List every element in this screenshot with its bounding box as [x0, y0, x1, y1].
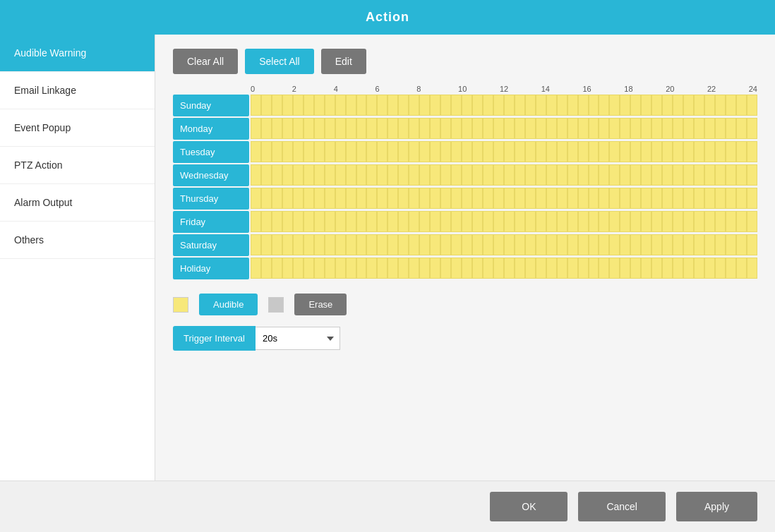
cell[interactable]	[651, 188, 662, 209]
cell[interactable]	[504, 95, 515, 116]
cell[interactable]	[620, 258, 630, 279]
cell[interactable]	[747, 95, 757, 116]
cell[interactable]	[419, 141, 430, 162]
cell[interactable]	[388, 211, 398, 232]
cell[interactable]	[726, 164, 736, 186]
cell[interactable]	[293, 258, 304, 279]
cell[interactable]	[651, 211, 662, 232]
cell[interactable]	[609, 258, 620, 279]
cell[interactable]	[704, 211, 715, 232]
cell[interactable]	[694, 234, 704, 255]
cell[interactable]	[493, 141, 504, 162]
cell[interactable]	[388, 164, 398, 186]
cell[interactable]	[251, 234, 261, 255]
cell[interactable]	[377, 95, 388, 116]
cell[interactable]	[673, 188, 683, 209]
cell[interactable]	[715, 258, 726, 279]
sidebar-item-ptz-action[interactable]: PTZ Action	[0, 147, 155, 184]
cell[interactable]	[546, 95, 557, 116]
cell[interactable]	[747, 211, 757, 232]
cell[interactable]	[398, 211, 409, 232]
cell[interactable]	[515, 234, 525, 255]
cell[interactable]	[557, 164, 567, 186]
cell[interactable]	[641, 188, 651, 209]
cell[interactable]	[430, 211, 440, 232]
grid-tuesday[interactable]	[251, 141, 757, 163]
cell[interactable]	[251, 164, 261, 186]
cell[interactable]	[462, 234, 472, 255]
cell[interactable]	[651, 118, 662, 139]
cell[interactable]	[609, 164, 620, 186]
cell[interactable]	[261, 234, 272, 255]
cell[interactable]	[293, 188, 304, 209]
grid-wednesday[interactable]	[251, 164, 757, 186]
cell[interactable]	[694, 95, 704, 116]
cell[interactable]	[599, 141, 609, 162]
cell[interactable]	[462, 211, 472, 232]
cell[interactable]	[483, 258, 493, 279]
cell[interactable]	[620, 95, 630, 116]
cell[interactable]	[356, 95, 367, 116]
cell[interactable]	[430, 188, 440, 209]
cancel-button[interactable]: Cancel	[578, 492, 666, 521]
cell[interactable]	[282, 234, 293, 255]
cell[interactable]	[261, 118, 272, 139]
cell[interactable]	[525, 211, 536, 232]
cell[interactable]	[440, 118, 451, 139]
cell[interactable]	[377, 141, 388, 162]
cell[interactable]	[726, 211, 736, 232]
cell[interactable]	[704, 141, 715, 162]
cell[interactable]	[673, 258, 683, 279]
cell[interactable]	[599, 234, 609, 255]
cell[interactable]	[589, 118, 599, 139]
cell[interactable]	[451, 164, 462, 186]
cell[interactable]	[567, 258, 578, 279]
cell[interactable]	[536, 258, 546, 279]
cell[interactable]	[578, 141, 589, 162]
cell[interactable]	[715, 211, 726, 232]
cell[interactable]	[609, 118, 620, 139]
cell[interactable]	[472, 188, 483, 209]
cell[interactable]	[356, 118, 367, 139]
cell[interactable]	[261, 188, 272, 209]
cell[interactable]	[346, 211, 356, 232]
cell[interactable]	[462, 164, 472, 186]
cell[interactable]	[715, 141, 726, 162]
cell[interactable]	[398, 141, 409, 162]
cell[interactable]	[493, 234, 504, 255]
cell[interactable]	[736, 164, 747, 186]
cell[interactable]	[419, 211, 430, 232]
audible-button[interactable]: Audible	[199, 294, 258, 315]
cell[interactable]	[546, 258, 557, 279]
cell[interactable]	[462, 188, 472, 209]
cell[interactable]	[366, 234, 377, 255]
cell[interactable]	[589, 141, 599, 162]
cell[interactable]	[662, 95, 673, 116]
cell[interactable]	[325, 234, 335, 255]
cell[interactable]	[451, 188, 462, 209]
cell[interactable]	[651, 258, 662, 279]
cell[interactable]	[609, 188, 620, 209]
cell[interactable]	[325, 164, 335, 186]
cell[interactable]	[451, 141, 462, 162]
cell[interactable]	[462, 258, 472, 279]
cell[interactable]	[419, 188, 430, 209]
cell[interactable]	[747, 258, 757, 279]
cell[interactable]	[356, 234, 367, 255]
cell[interactable]	[609, 211, 620, 232]
cell[interactable]	[304, 164, 314, 186]
cell[interactable]	[304, 258, 314, 279]
cell[interactable]	[504, 211, 515, 232]
cell[interactable]	[483, 234, 493, 255]
cell[interactable]	[567, 234, 578, 255]
cell[interactable]	[493, 164, 504, 186]
cell[interactable]	[293, 211, 304, 232]
cell[interactable]	[504, 234, 515, 255]
cell[interactable]	[282, 141, 293, 162]
cell[interactable]	[282, 211, 293, 232]
cell[interactable]	[388, 258, 398, 279]
cell[interactable]	[377, 258, 388, 279]
cell[interactable]	[293, 164, 304, 186]
cell[interactable]	[641, 258, 651, 279]
cell[interactable]	[609, 141, 620, 162]
